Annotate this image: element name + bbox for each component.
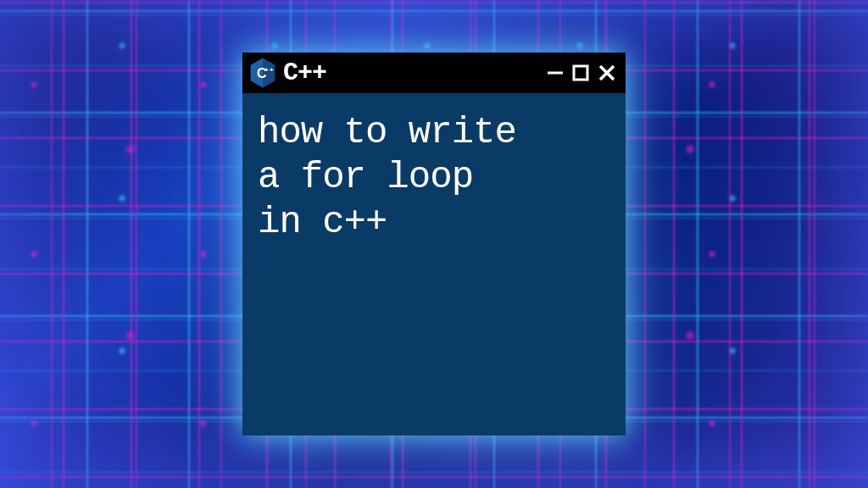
window-title: C++: [283, 58, 546, 87]
app-window: C + + C++: [242, 53, 626, 435]
body-text: how to write a for loop in c++: [258, 110, 610, 244]
svg-text:+: +: [270, 66, 274, 74]
window-body: how to write a for loop in c++: [242, 93, 626, 435]
minimize-button[interactable]: [546, 64, 565, 82]
cpp-icon: C + +: [249, 58, 276, 88]
window-controls: [546, 63, 617, 83]
window-titlebar[interactable]: C + + C++: [242, 53, 626, 93]
maximize-button[interactable]: [571, 64, 590, 82]
svg-text:+: +: [264, 66, 269, 74]
svg-rect-6: [574, 66, 587, 80]
close-button[interactable]: [597, 63, 617, 83]
